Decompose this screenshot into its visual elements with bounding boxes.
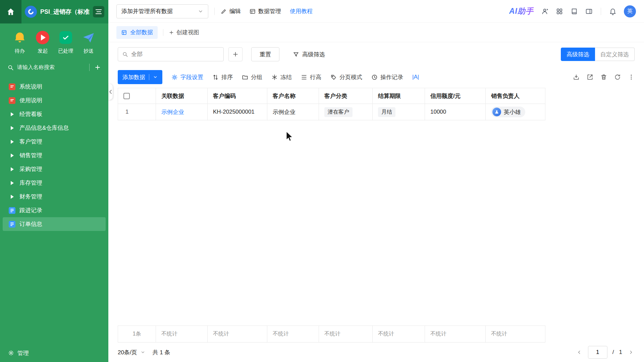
stat-cell[interactable]: 不统计 [267, 326, 319, 342]
pagination-controls: / 1 [576, 346, 635, 359]
page-separator: / [612, 349, 614, 356]
edit-button[interactable]: 编辑 [221, 7, 241, 15]
stat-cell[interactable]: 不统计 [319, 326, 373, 342]
quick-action-processed[interactable]: 已处理 [56, 30, 75, 54]
sidebar-item-usage-notes[interactable]: 使用说明 [3, 94, 106, 107]
panel-layout-icon[interactable] [585, 8, 593, 15]
stat-cell[interactable]: 不统计 [208, 326, 267, 342]
toggle-custom-filter[interactable]: 自定义筛选 [595, 48, 635, 61]
funnel-icon [293, 51, 299, 58]
manage-button[interactable]: 管理 [0, 344, 108, 362]
prev-page-button[interactable] [576, 349, 583, 356]
quick-action-cc[interactable]: 抄送 [79, 30, 98, 54]
ai-field-button[interactable]: |A| [412, 74, 419, 80]
sidebar-item-product-warehouse[interactable]: 产品信息&仓库信息 [3, 121, 106, 135]
column-header-settlement-period[interactable]: 结算期限 [373, 88, 425, 104]
user-avatar[interactable]: 英 [624, 5, 636, 17]
sidebar-item-purchase-mgmt[interactable]: 采购管理 [3, 162, 106, 176]
doc-red-icon [9, 97, 15, 104]
add-data-button[interactable]: 添加数据 [118, 70, 162, 84]
column-header-related-data[interactable]: 关联数据 [156, 88, 208, 104]
sidebar-item-finance-mgmt[interactable]: 财务管理 [3, 190, 106, 203]
divider [163, 29, 163, 36]
quick-actions: 待办 发起 已处理 抄送 [0, 23, 108, 58]
import-icon[interactable] [573, 74, 580, 80]
sort-button[interactable]: 排序 [212, 73, 233, 81]
view-mode-dropdown[interactable]: 添加并管理所有数据 [116, 4, 208, 18]
stat-cell[interactable]: 不统计 [373, 326, 425, 342]
credit-limit-value: 10000 [430, 109, 446, 115]
next-page-button[interactable] [627, 349, 635, 356]
sidebar: PSI_进销存（标准... 待办 发起 已处理 抄送 [0, 0, 108, 362]
sidebar-collapse-button[interactable] [108, 84, 113, 100]
row-height-button[interactable]: 行高 [301, 73, 321, 81]
table-row[interactable]: 1 示例企业 KH-2025000001 示例企业 潜在客户 月结 10000 … [118, 104, 545, 120]
tab-all-data[interactable]: 全部数据 [116, 26, 158, 39]
column-header-customer-category[interactable]: 客户分类 [319, 88, 373, 104]
delete-icon[interactable] [600, 74, 607, 80]
home-button[interactable] [0, 0, 21, 23]
column-header-customer-code[interactable]: 客户编码 [208, 88, 267, 104]
gear-icon [8, 350, 14, 356]
group-button[interactable]: 分组 [242, 73, 262, 81]
handbook-icon[interactable] [571, 8, 578, 15]
column-header-sales-owner[interactable]: 销售负责人 [486, 88, 545, 104]
search-icon [7, 64, 14, 71]
stat-cell[interactable]: 不统计 [156, 326, 208, 342]
divider [149, 74, 149, 80]
column-header-customer-name[interactable]: 客户名称 [267, 88, 319, 104]
advanced-filter-button[interactable]: 高级筛选 [293, 51, 325, 58]
stat-cell[interactable]: 不统计 [486, 326, 545, 342]
reset-button[interactable]: 重置 [251, 47, 279, 61]
table-search-input[interactable] [131, 51, 219, 58]
data-manage-button[interactable]: 数据管理 [250, 7, 281, 15]
tutorial-link[interactable]: 使用教程 [290, 7, 313, 15]
sidebar-item-order-info[interactable]: 订单信息 [3, 217, 106, 231]
chevron-down-icon [153, 75, 158, 79]
user-switch-icon[interactable] [541, 8, 548, 15]
freeze-button[interactable]: 冻结 [271, 73, 292, 81]
select-all-checkbox[interactable] [123, 93, 130, 99]
sidebar-item-business-dashboard[interactable]: 经营看板 [3, 107, 106, 121]
field-settings-button[interactable]: 字段设置 [171, 73, 203, 81]
row-index: 1 [123, 109, 128, 115]
stats-row: 1条 不统计 不统计 不统计 不统计 不统计 不统计 不统计 [118, 325, 545, 343]
row-height-icon [301, 74, 307, 80]
sales-owner-chip: 英小雄 [491, 107, 525, 117]
sidebar-item-system-notes[interactable]: 系统说明 [3, 80, 106, 94]
settlement-period-tag: 月结 [378, 107, 395, 117]
sidebar-item-customer-mgmt[interactable]: 客户管理 [3, 135, 106, 148]
page-number-input[interactable] [588, 346, 607, 359]
create-view-button[interactable]: 创建视图 [169, 28, 199, 36]
quick-action-todo[interactable]: 待办 [10, 30, 30, 54]
sidebar-menu-toggle-icon[interactable] [93, 6, 104, 17]
operation-log-button[interactable]: 操作记录 [371, 73, 403, 81]
column-header-credit-limit[interactable]: 信用额度/元 [425, 88, 486, 104]
pagination-mode-button[interactable]: 分页模式 [330, 73, 362, 81]
add-search-field-button[interactable] [228, 47, 243, 61]
bell-icon [12, 30, 27, 45]
sidebar-search-input[interactable] [17, 64, 85, 70]
more-icon[interactable] [628, 74, 635, 80]
apps-grid-icon[interactable] [556, 8, 563, 15]
filter-mode-toggle: 高级筛选 自定义筛选 [561, 48, 635, 61]
page-size-dropdown[interactable]: 20条/页 [118, 349, 145, 356]
record-count: 1条 [133, 330, 141, 338]
export-icon[interactable] [587, 74, 593, 80]
topbar-right: AI助手 英 [509, 5, 636, 17]
triangle-right-icon [9, 140, 15, 144]
paper-plane-icon [81, 30, 96, 45]
stat-cell[interactable]: 不统计 [425, 326, 486, 342]
doc-blue-icon [9, 207, 15, 214]
quick-action-initiate[interactable]: 发起 [33, 30, 52, 54]
notification-bell-icon[interactable] [609, 8, 616, 15]
sidebar-item-inventory-mgmt[interactable]: 库存管理 [3, 176, 106, 190]
add-form-icon[interactable] [94, 64, 101, 71]
toggle-advanced-filter[interactable]: 高级筛选 [561, 48, 595, 61]
sidebar-item-followup-records[interactable]: 跟进记录 [3, 203, 106, 217]
sidebar-item-sales-mgmt[interactable]: 销售管理 [3, 148, 106, 162]
refresh-icon[interactable] [614, 74, 621, 80]
related-data-link[interactable]: 示例企业 [161, 108, 184, 116]
content: 重置 高级筛选 高级筛选 自定义筛选 添加数据 [108, 42, 644, 362]
ai-assistant-button[interactable]: AI助手 [509, 6, 534, 16]
